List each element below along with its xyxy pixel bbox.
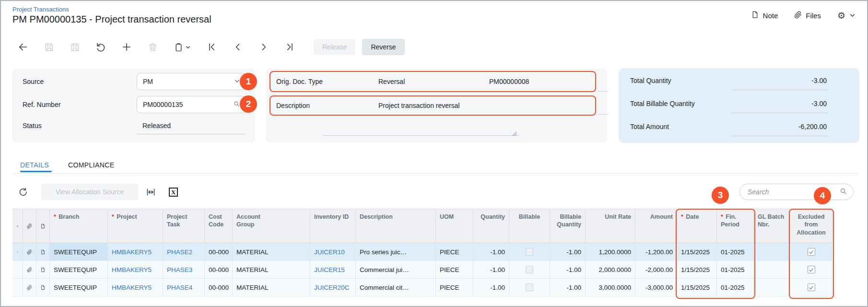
cell-fin_period[interactable]: 01-2025 [717,243,754,260]
copy-paste-button[interactable] [173,41,192,53]
column-header-gl_batch[interactable]: GL Batch Nbr. [754,209,790,243]
source-dropdown[interactable]: PM [137,73,246,90]
cell-billable[interactable] [509,243,550,260]
cell-quantity[interactable]: -1.00 [473,279,509,296]
expand-row-icon[interactable] [12,243,23,260]
ref-number-input[interactable]: PM00000135 [137,96,246,113]
cell-project_task[interactable]: PHASE4 [163,279,205,296]
inventory_id-link[interactable]: JUICER10 [314,248,345,256]
cell-billable_quantity[interactable]: -1.00 [550,243,586,260]
cell-cost_code[interactable]: 00-000 [205,279,233,296]
billable-checkbox[interactable] [526,248,533,256]
excluded-checkbox[interactable] [808,248,815,256]
cell-unit_rate[interactable]: 1,200.0000 [586,243,635,260]
row-note-icon[interactable] [36,261,50,278]
column-header-project_task[interactable]: Project Task [163,209,205,243]
gear-icon[interactable] [12,209,23,243]
table-row[interactable]: SWEETEQUIPHMBAKERY5PHASE300-000MATERIALJ… [12,261,833,279]
cell-branch[interactable]: SWEETEQUIP [50,261,108,278]
cell-date[interactable]: 1/15/2025 [677,279,717,296]
cell-expand[interactable] [12,279,23,296]
tab-compliance[interactable]: COMPLIANCE [68,161,115,169]
table-row[interactable]: SWEETEQUIPHMBAKERY5PHASE200-000MATERIALJ… [12,243,833,261]
column-header-fin_period[interactable]: * Fin. Period [717,209,754,243]
project-link[interactable]: HMBAKERY5 [112,284,152,291]
cell-gl_batch[interactable] [754,243,790,260]
tab-details[interactable]: DETAILS [20,161,49,169]
cell-inventory_id[interactable]: JUICER10 [310,243,356,260]
cell-uom[interactable]: PIECE [436,279,473,296]
row-note-icon[interactable] [36,279,50,296]
cell-amount[interactable]: -3,000.00 [635,279,677,296]
cell-quantity[interactable]: -1.00 [473,261,509,278]
cell-gl_batch[interactable] [754,261,790,278]
column-header-inventory_id[interactable]: Inventory ID [310,209,356,243]
cell-excluded[interactable] [790,243,833,260]
orig-doc-ref-number[interactable]: PM00000008 [489,78,529,85]
cancel-undo-button[interactable] [95,41,106,53]
cell-account_group[interactable]: MATERIAL [233,243,310,260]
cell-excluded[interactable] [790,261,833,278]
column-header-description[interactable]: Description [356,209,436,243]
excluded-checkbox[interactable] [808,266,815,273]
row-paperclip-icon[interactable] [23,261,36,278]
previous-record-button[interactable] [232,41,244,53]
project_task-link[interactable]: PHASE2 [167,248,192,256]
excluded-checkbox[interactable] [808,283,815,291]
cell-amount[interactable]: -1,200.00 [635,243,677,260]
cell-unit_rate[interactable]: 2,000.0000 [586,261,635,278]
column-header-uom[interactable]: UOM [436,209,473,243]
paperclip-icon[interactable] [23,209,36,243]
project_task-link[interactable]: PHASE4 [167,284,192,291]
files-button[interactable]: Files [794,11,821,20]
cell-account_group[interactable]: MATERIAL [233,261,310,278]
table-row[interactable]: SWEETEQUIPHMBAKERY5PHASE400-000MATERIALJ… [12,279,833,296]
cell-billable[interactable] [509,279,550,296]
reverse-button[interactable]: Reverse [362,39,404,55]
cell-project[interactable]: HMBAKERY5 [108,261,163,278]
cell-account_group[interactable]: MATERIAL [233,279,310,296]
column-header-excluded[interactable]: Excluded from Allocation [790,209,833,243]
cell-expand[interactable] [12,261,23,278]
cell-cost_code[interactable]: 00-000 [205,243,233,260]
column-header-quantity[interactable]: Quantity [473,209,509,243]
cell-billable_quantity[interactable]: -1.00 [550,261,586,278]
cell-cost_code[interactable]: 00-000 [205,261,233,278]
cell-inventory_id[interactable]: JUICER20C [310,279,356,296]
inventory_id-link[interactable]: JUICER15 [314,266,345,273]
cell-project[interactable]: HMBAKERY5 [108,243,163,260]
column-header-billable_quantity[interactable]: Billable Quantity [550,209,586,243]
refresh-button[interactable] [18,187,28,199]
project_task-link[interactable]: PHASE3 [167,266,192,273]
export-to-excel-icon[interactable]: X [169,188,178,197]
cell-amount[interactable]: -2,000.00 [635,261,677,278]
billable-checkbox[interactable] [526,283,533,291]
back-button[interactable] [17,41,29,53]
cell-project[interactable]: HMBAKERY5 [108,279,163,296]
cell-date[interactable]: 1/15/2025 [677,243,717,260]
cell-billable_quantity[interactable]: -1.00 [550,279,586,296]
fit-to-screen-icon[interactable] [146,187,156,199]
add-new-record-button[interactable] [121,41,132,53]
column-header-branch[interactable]: * Branch [50,209,108,243]
billable-checkbox[interactable] [526,266,533,273]
last-record-button[interactable] [284,41,295,53]
cell-branch[interactable]: SWEETEQUIP [50,243,108,260]
note-button[interactable]: Note [751,11,778,20]
column-header-cost_code[interactable]: Cost Code [205,209,233,243]
next-record-button[interactable] [258,41,270,53]
project-link[interactable]: HMBAKERY5 [112,266,152,273]
column-header-amount[interactable]: Amount [635,209,677,243]
cell-uom[interactable]: PIECE [436,243,473,260]
row-note-icon[interactable] [36,243,50,260]
cell-quantity[interactable]: -1.00 [473,243,509,260]
column-header-project[interactable]: * Project [108,209,163,243]
column-header-unit_rate[interactable]: Unit Rate [586,209,635,243]
cell-billable[interactable] [509,261,550,278]
search-icon[interactable] [839,187,847,197]
cell-fin_period[interactable]: 01-2025 [717,261,754,278]
column-header-billable[interactable]: Billable [509,209,550,243]
cell-inventory_id[interactable]: JUICER15 [310,261,356,278]
column-header-date[interactable]: * Date [677,209,717,243]
cell-date[interactable]: 1/15/2025 [677,261,717,278]
